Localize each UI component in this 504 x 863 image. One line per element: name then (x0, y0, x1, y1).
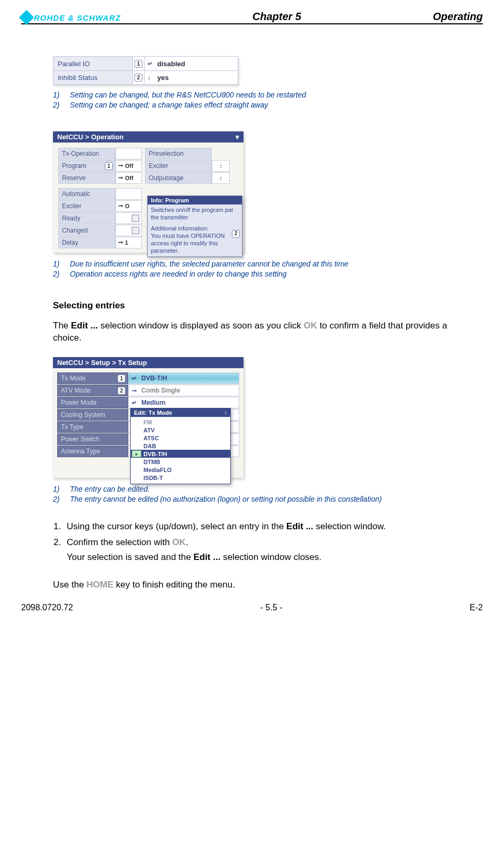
cell-power-switch[interactable]: Power Switch (57, 433, 128, 445)
note-text: Setting can be changed; a change takes e… (70, 100, 268, 110)
notes-block-3: 1)The entry can be edited. 2)The entry c… (53, 484, 478, 504)
badge-2-icon: 2 (134, 74, 142, 82)
dropdown-item[interactable]: ATSC (131, 434, 230, 442)
cell-ready[interactable]: Ready (58, 212, 115, 224)
enter-icon: ↵ (132, 375, 138, 382)
lock-icon: ⊸ (118, 174, 123, 181)
table-row: Inhibit Status 2 ↕ yes (53, 70, 238, 84)
state-cell: ⊸Off (115, 172, 142, 184)
cell-exciter-sel[interactable]: Exciter (145, 160, 212, 172)
home-key: HOME (86, 580, 113, 590)
step-2: Confirm the selection with OK. Your sele… (64, 535, 478, 566)
note-text: The entry can be edited. (70, 484, 150, 494)
tooltip-body: Switches on/off the program pat the tran… (148, 204, 242, 257)
lock-icon: ⊸ (132, 387, 138, 394)
shot-tx-setup: NetCCU > Setup > Tx Setup Tx Mode1↵DVB-T… (53, 357, 244, 478)
state-cell (115, 212, 142, 224)
section-title: Operating (433, 11, 483, 23)
stepper-cell[interactable]: ↕ (212, 160, 230, 172)
cell-cooling[interactable]: Cooling System (57, 409, 128, 421)
checkbox-icon (132, 227, 139, 234)
brand-text: ROHDE & SCHWARZ (34, 13, 121, 22)
panel-title-text: NetCCU > Setup > Tx Setup (57, 359, 147, 367)
state-cell: ⊸Off (115, 160, 142, 172)
dropdown-item[interactable]: DAB (131, 442, 230, 450)
section-heading: Selecting entries (53, 300, 478, 311)
page-header: ROHDE & SCHWARZ Chapter 5 Operating (21, 11, 483, 24)
badge-1-icon: 1 (105, 162, 113, 170)
note-num: 2) (53, 494, 62, 504)
cell-tx-mode[interactable]: Tx Mode1 (57, 372, 128, 384)
state-cell: ⊸O (115, 200, 142, 212)
notes-block-2: 1)Due to insufficient user rights, the s… (53, 259, 478, 279)
shot-parallel-io-table: Parallel IO 1 ↵ disabled Inhibit Status … (53, 56, 238, 85)
stepper-cell[interactable]: ↕ (212, 172, 230, 184)
dropdown-item[interactable]: ISDB-T (131, 474, 230, 482)
updown-icon: ↕ (148, 75, 155, 81)
state-cell: ⊸1 (115, 237, 142, 248)
cell-reserve[interactable]: Reserve (58, 172, 115, 184)
dropdown-item[interactable]: MediaFLO (131, 466, 230, 474)
badge-1-icon: 1 (134, 60, 142, 68)
row-badge: 2 (133, 71, 145, 84)
updown-icon: ↕ (219, 175, 222, 181)
note-text: Setting can be changed, but the R&S NetC… (70, 90, 306, 100)
cell-program[interactable]: Program1 (58, 160, 115, 172)
chapter-title: Chapter 5 (253, 11, 301, 23)
state-cell (115, 148, 142, 159)
footer-center: - 5.5 - (260, 603, 283, 612)
lock-icon: ⊸ (118, 239, 123, 246)
left-column: Tx-Operation Program1⊸Off Reserve⊸Off Au… (58, 148, 142, 248)
chevron-up-icon: ↑ (224, 410, 228, 416)
enter-icon: ↵ (132, 399, 138, 406)
note-num: 1) (53, 484, 62, 494)
edit-dropdown[interactable]: Edit: Tx Mode↑ FM ATV ATSC DAB ▸DVB-T/H … (130, 408, 231, 484)
closing-text: Use the HOME key to finish editing the m… (53, 579, 478, 591)
cell-antenna[interactable]: Antenna Type (57, 446, 128, 457)
ok-key: OK (303, 321, 317, 331)
cell-tx-operation[interactable]: Tx-Operation (58, 148, 115, 159)
ok-key: OK (172, 537, 186, 547)
value-tx-mode[interactable]: ↵DVB-T/H (128, 372, 239, 384)
value-atv-mode: ⊸Comb Single (128, 385, 239, 396)
brand-diamond-icon (19, 10, 34, 25)
cell-preselection[interactable]: Preselection (145, 148, 212, 159)
note-num: 1) (53, 259, 62, 269)
cell-changed[interactable]: Changed (58, 225, 115, 236)
dropdown-item-selected[interactable]: ▸DVB-T/H (131, 450, 230, 458)
table-row: Parallel IO 1 ↵ disabled (53, 57, 238, 70)
note-text: The entry cannot be edited (no authoriza… (70, 494, 382, 504)
note-text: Operation access rights are needed in or… (70, 269, 286, 279)
dropdown-item[interactable]: ATV (131, 426, 230, 434)
updown-icon: ↕ (219, 163, 222, 169)
cell-delay[interactable]: Delay (58, 237, 115, 248)
state-cell (115, 225, 142, 236)
cell-atv-mode[interactable]: ATV Mode2 (57, 385, 128, 396)
shot-netccu-operation: NetCCU > Operation ▾ Tx-Operation Progra… (53, 131, 244, 253)
cell-automatic[interactable]: Automatic (58, 188, 115, 200)
row-value[interactable]: ↕ yes (145, 71, 238, 84)
dropdown-title: Edit: Tx Mode↑ (131, 408, 230, 417)
dropdown-item[interactable]: DTMB (131, 458, 230, 466)
row-value[interactable]: ↵ disabled (145, 57, 238, 70)
panel-title-bar: NetCCU > Operation ▾ (53, 131, 244, 143)
badge-2-icon: 2 (118, 387, 125, 395)
cell-exciter[interactable]: Exciter (58, 200, 115, 212)
cell-tx-type[interactable]: Tx Type (57, 421, 128, 433)
note-text: Due to insufficient user rights, the sel… (70, 259, 348, 269)
cell-outputstage[interactable]: Outputstage (145, 172, 212, 184)
badge-2-icon: 2 (232, 230, 240, 238)
lock-icon: ⊸ (118, 162, 123, 169)
step-list: Using the cursor keys (up/down), select … (64, 519, 478, 566)
value-text: yes (157, 74, 169, 82)
row-label: Parallel IO (53, 57, 133, 70)
cell-power-mode[interactable]: Power Mode (57, 397, 128, 408)
step-1: Using the cursor keys (up/down), select … (64, 519, 478, 535)
panel-body: Tx-Operation Program1⊸Off Reserve⊸Off Au… (53, 143, 244, 253)
page-footer: 2098.0720.72 - 5.5 - E-2 (21, 603, 483, 612)
brand-logo: ROHDE & SCHWARZ (21, 12, 121, 23)
value-power-mode[interactable]: ↵Medium (128, 397, 239, 408)
dropdown-item[interactable]: FM (131, 418, 230, 426)
note-num: 2) (53, 100, 62, 110)
chevron-down-icon: ▾ (236, 133, 239, 141)
